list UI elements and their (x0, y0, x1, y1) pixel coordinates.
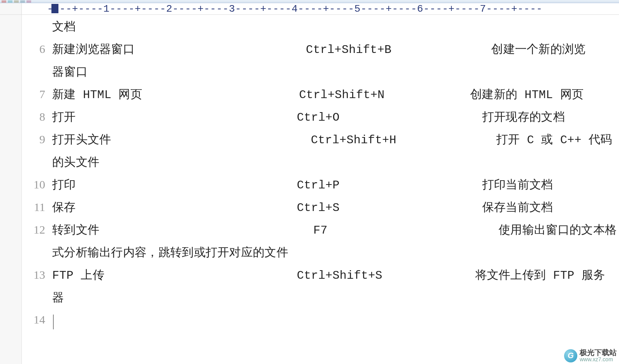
editor-line[interactable]: 9打开头文件 Ctrl+Shift+H 打开 C 或 C++ 代码 (22, 132, 619, 154)
editor-line[interactable]: 13FTP 上传 Ctrl+Shift+S 将文件上传到 FTP 服务 (22, 267, 619, 290)
line-number: 6 (22, 42, 52, 56)
toolbar-icon[interactable] (26, 0, 31, 3)
line-text[interactable]: 文档 (52, 19, 619, 35)
ruler-row: ----+----1----+----2----+----3----+----4… (0, 3, 619, 15)
horizontal-ruler[interactable]: ----+----1----+----2----+----3----+----4… (22, 3, 619, 14)
line-number: 11 (22, 200, 52, 214)
line-text[interactable]: 打开 Ctrl+O 打开现存的文档 (52, 109, 619, 125)
editor-line[interactable]: 11保存 Ctrl+S 保存当前文档 (22, 199, 619, 222)
watermark-logo-icon (564, 349, 577, 362)
watermark-url: www.xz7.com (580, 357, 617, 362)
watermark: 极光下载站 www.xz7.com (564, 349, 617, 362)
line-text[interactable]: 器 (52, 290, 619, 306)
ruler-track: ----+----1----+----2----+----3----+----4… (22, 3, 543, 14)
line-text[interactable] (52, 312, 619, 327)
line-text[interactable]: 的头文件 (52, 154, 619, 170)
line-number: 14 (22, 313, 52, 326)
line-number: 9 (22, 133, 52, 146)
toolbar-icon[interactable] (14, 0, 19, 3)
line-number: 7 (22, 88, 52, 101)
line-text[interactable]: 打开头文件 Ctrl+Shift+H 打开 C 或 C++ 代码 (52, 132, 619, 148)
editor-line[interactable]: 器 (22, 290, 619, 312)
main-area: 文档6新建浏览器窗口 Ctrl+Shift+B 创建一个新的浏览器窗口7新建 H… (0, 15, 619, 364)
editor-line[interactable]: 7新建 HTML 网页 Ctrl+Shift+N 创建新的 HTML 网页 (22, 86, 619, 109)
ruler-corner (0, 3, 22, 14)
toolbar-icon[interactable] (20, 0, 25, 3)
editor-line[interactable]: 6新建浏览器窗口 Ctrl+Shift+B 创建一个新的浏览 (22, 41, 619, 64)
line-text[interactable]: 新建浏览器窗口 Ctrl+Shift+B 创建一个新的浏览 (52, 41, 619, 57)
editor-line[interactable]: 文档 (22, 19, 619, 41)
editor-line[interactable]: 14 (22, 312, 619, 335)
line-text[interactable]: 器窗口 (52, 64, 619, 80)
editor-line[interactable]: 式分析输出行内容，跳转到或打开对应的文件 (22, 244, 619, 267)
editor-line[interactable]: 10打印 Ctrl+P 打印当前文档 (22, 177, 619, 199)
text-cursor (53, 315, 54, 329)
toolbar (0, 0, 619, 3)
line-text[interactable]: FTP 上传 Ctrl+Shift+S 将文件上传到 FTP 服务 (52, 267, 619, 283)
text-editor[interactable]: 文档6新建浏览器窗口 Ctrl+Shift+B 创建一个新的浏览器窗口7新建 H… (22, 15, 619, 364)
line-number: 13 (22, 268, 52, 281)
line-text[interactable]: 转到文件 F7 使用输出窗口的文本格 (52, 222, 619, 238)
editor-line[interactable]: 8打开 Ctrl+O 打开现存的文档 (22, 109, 619, 132)
line-number: 10 (22, 178, 52, 191)
line-text[interactable]: 保存 Ctrl+S 保存当前文档 (52, 199, 619, 215)
line-text[interactable]: 式分析输出行内容，跳转到或打开对应的文件 (52, 244, 619, 260)
editor-line[interactable]: 12转到文件 F7 使用输出窗口的文本格 (22, 222, 619, 244)
editor-line[interactable]: 的头文件 (22, 154, 619, 177)
line-text[interactable]: 新建 HTML 网页 Ctrl+Shift+N 创建新的 HTML 网页 (52, 86, 619, 102)
line-number: 8 (22, 110, 52, 123)
watermark-title: 极光下载站 (580, 349, 617, 357)
line-number: 12 (22, 223, 52, 236)
left-gutter (0, 15, 22, 364)
toolbar-icon[interactable] (2, 0, 6, 3)
editor-line[interactable]: 器窗口 (22, 64, 619, 86)
toolbar-icon[interactable] (8, 0, 12, 3)
toolbar-icons-strip (0, 0, 619, 3)
line-text[interactable]: 打印 Ctrl+P 打印当前文档 (52, 177, 619, 193)
